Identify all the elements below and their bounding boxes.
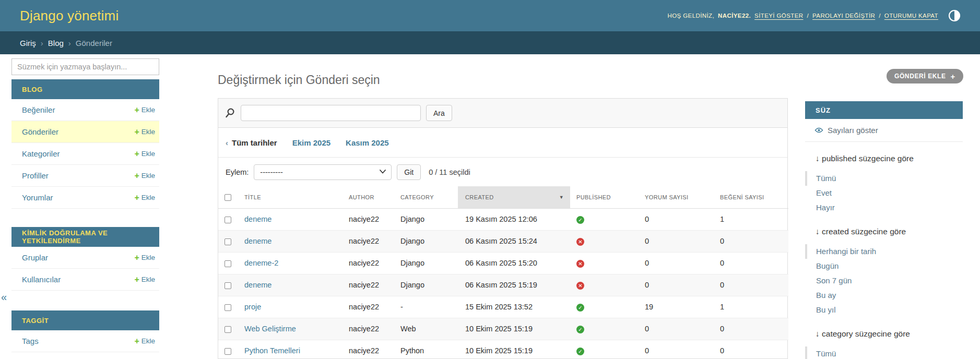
model-link[interactable]: Beğeniler (22, 105, 55, 114)
add-link[interactable]: +Ekle (134, 276, 155, 284)
add-link[interactable]: +Ekle (134, 172, 155, 180)
add-link[interactable]: +Ekle (134, 128, 155, 136)
show-counts-link[interactable]: Sayıları göster (805, 119, 963, 142)
post-link[interactable]: Python Temelleri (244, 346, 300, 355)
sort-descending-icon[interactable]: ▼ (559, 195, 564, 200)
model-link[interactable]: Profiller (22, 171, 49, 180)
row-checkbox[interactable] (225, 260, 231, 267)
theme-toggle-icon[interactable] (948, 9, 961, 22)
breadcrumb-blog[interactable]: Blog (48, 39, 64, 47)
category-cell: Python (394, 340, 458, 359)
add-label: Ekle (141, 254, 155, 261)
sidebar-item-gruplar[interactable]: Gruplar +Ekle (11, 247, 159, 269)
row-checkbox[interactable] (225, 217, 231, 223)
filter-group-category: ↓ category süzgecine göre Tümü (805, 328, 963, 359)
month-link-ekim[interactable]: Ekim 2025 (292, 138, 330, 147)
post-link[interactable]: deneme-2 (244, 259, 278, 267)
sidebar-collapse-toggle[interactable]: « (1, 291, 7, 303)
column-header-category[interactable]: CATEGORY (394, 186, 458, 208)
sidebar-item-tags[interactable]: Tags +Ekle (11, 330, 159, 352)
row-checkbox[interactable] (225, 348, 231, 355)
published-no-icon: ✕ (576, 238, 584, 246)
breadcrumb-home[interactable]: Giriş (20, 39, 36, 47)
table-row: deneme naciye22 Django 06 Kasım 2025 15:… (218, 230, 788, 252)
filter-option[interactable]: Herhangi bir tarih (805, 244, 963, 259)
sidebar-item-kategoriler[interactable]: Kategoriler +Ekle (11, 143, 159, 165)
filter-option[interactable]: Tümü (805, 346, 963, 359)
section-caption-auth[interactable]: KİMLİK DOĞRULAMA VE YETKİLENDİRME (11, 227, 159, 247)
category-cell: Django (394, 208, 458, 230)
column-header-comments[interactable]: YORUM SAYISI (639, 186, 714, 208)
post-link[interactable]: deneme (244, 215, 271, 223)
published-no-icon: ✕ (576, 282, 584, 290)
search-icon (225, 107, 235, 118)
actions-bar: Eylem: --------- Git 0 / 11 seçildi (218, 158, 787, 186)
created-cell: 10 Ekim 2025 15:19 (458, 318, 570, 340)
section-caption-taggit[interactable]: TAGGİT (11, 310, 159, 330)
filter-option[interactable]: Bu yıl (805, 303, 963, 317)
column-header-created[interactable]: CREATED ▼ (458, 186, 570, 208)
model-link[interactable]: Yorumlar (22, 193, 53, 202)
row-checkbox[interactable] (225, 238, 231, 245)
row-checkbox[interactable] (225, 326, 231, 333)
published-yes-icon: ✓ (576, 348, 584, 355)
filter-option[interactable]: Tümü (805, 171, 963, 186)
add-post-button[interactable]: GÖNDERİ EKLE + (887, 69, 963, 83)
column-header-likes[interactable]: BEĞENİ SAYISI (714, 186, 788, 208)
all-dates-link[interactable]: ‹ Tüm tarihler (226, 138, 277, 147)
author-cell: naciye22 (343, 318, 394, 340)
post-link[interactable]: proje (244, 303, 261, 311)
filter-option[interactable]: Hayır (805, 200, 963, 215)
section-caption-blog[interactable]: BLOG (11, 79, 159, 99)
select-all-checkbox[interactable] (225, 194, 231, 201)
add-post-label: GÖNDERİ EKLE (894, 73, 946, 80)
filter-option[interactable]: Evet (805, 186, 963, 200)
plus-icon: + (134, 172, 139, 180)
author-cell: naciye22 (343, 340, 394, 359)
search-button[interactable]: Ara (426, 105, 452, 121)
post-link[interactable]: deneme (244, 237, 271, 245)
sidebar-item-kullanicilar[interactable]: Kullanıcılar +Ekle (11, 269, 159, 291)
filter-option[interactable]: Bu ay (805, 288, 963, 303)
add-link[interactable]: +Ekle (134, 254, 155, 262)
column-header-author[interactable]: AUTHOR (343, 186, 394, 208)
sidebar-item-gonderiler[interactable]: Gönderiler +Ekle (11, 121, 159, 143)
model-link[interactable]: Tags (22, 337, 39, 345)
filter-option[interactable]: Bugün (805, 259, 963, 273)
site-title[interactable]: Django yönetimi (20, 8, 119, 24)
go-button[interactable]: Git (397, 164, 421, 180)
logout-link[interactable]: OTURUMU KAPAT (884, 13, 938, 19)
likes-cell: 0 (714, 340, 788, 359)
sidebar-item-profiller[interactable]: Profiller +Ekle (11, 165, 159, 187)
add-link[interactable]: +Ekle (134, 106, 155, 114)
post-link[interactable]: Web Geliştirme (244, 325, 296, 333)
all-dates-label: Tüm tarihler (232, 138, 277, 147)
plus-icon: + (134, 128, 139, 136)
row-checkbox[interactable] (225, 282, 231, 289)
add-link[interactable]: +Ekle (134, 194, 155, 202)
month-link-kasim[interactable]: Kasım 2025 (346, 138, 389, 147)
sidebar-item-yorumlar[interactable]: Yorumlar +Ekle (11, 187, 159, 209)
chevron-down-icon (380, 170, 386, 174)
action-select[interactable]: --------- (254, 164, 392, 180)
post-link[interactable]: deneme (244, 281, 271, 289)
row-checkbox[interactable] (225, 304, 231, 311)
created-cell: 15 Ekim 2025 13:52 (458, 296, 570, 318)
view-site-link[interactable]: SİTEYİ GÖSTER (754, 13, 803, 19)
column-header-published[interactable]: PUBLİSHED (570, 186, 639, 208)
column-header-title[interactable]: TİTLE (238, 186, 343, 208)
comments-cell: 0 (639, 208, 714, 230)
model-link[interactable]: Gönderiler (22, 127, 58, 136)
model-link[interactable]: Kategoriler (22, 149, 60, 158)
model-link[interactable]: Gruplar (22, 253, 48, 262)
sidebar-item-begeniler[interactable]: Beğeniler +Ekle (11, 99, 159, 121)
change-password-link[interactable]: PAROLAYI DEĞİŞTİR (812, 13, 875, 19)
filter-option[interactable]: Son 7 gün (805, 273, 963, 288)
model-link[interactable]: Kullanıcılar (22, 275, 61, 284)
sidebar-filter-input[interactable] (11, 58, 159, 75)
app-header: Django yönetimi HOŞ GELDİNİZ, NACİYE22. … (0, 0, 980, 31)
search-input[interactable] (241, 105, 421, 121)
add-link[interactable]: +Ekle (134, 337, 155, 345)
add-label: Ekle (141, 150, 155, 158)
add-link[interactable]: +Ekle (134, 150, 155, 158)
